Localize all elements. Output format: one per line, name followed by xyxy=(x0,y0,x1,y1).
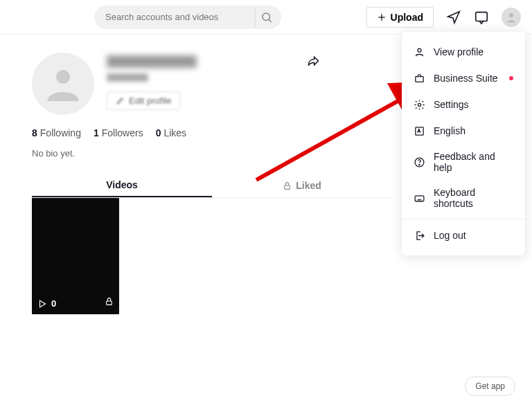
video-privacy-icon xyxy=(105,296,114,309)
inbox-icon xyxy=(474,10,489,25)
inbox-button[interactable] xyxy=(474,10,489,25)
upload-label: Upload xyxy=(391,12,423,23)
svg-point-10 xyxy=(418,48,421,52)
edit-profile-button[interactable]: Edit profile xyxy=(107,91,180,110)
edit-profile-label: Edit profile xyxy=(129,96,171,106)
username xyxy=(107,55,197,68)
tab-liked[interactable]: Liked xyxy=(212,174,392,197)
svg-rect-11 xyxy=(415,76,423,82)
menu-logout[interactable]: Log out xyxy=(402,222,525,248)
keyboard-icon xyxy=(414,192,425,204)
menu-feedback[interactable]: Feedback and help xyxy=(402,144,525,180)
search-input[interactable] xyxy=(105,12,252,22)
svg-marker-8 xyxy=(40,300,46,307)
send-button[interactable] xyxy=(446,10,461,25)
menu-language[interactable]: English xyxy=(402,118,525,144)
search-button[interactable] xyxy=(255,7,277,28)
plus-icon xyxy=(377,12,387,22)
play-icon xyxy=(37,299,47,309)
svg-point-6 xyxy=(56,70,70,84)
menu-divider xyxy=(402,219,525,219)
help-icon xyxy=(414,156,425,168)
menu-label: Log out xyxy=(434,230,466,241)
logout-icon xyxy=(414,230,425,242)
profile-avatar[interactable] xyxy=(32,53,94,115)
svg-rect-4 xyxy=(476,12,488,21)
menu-label: Settings xyxy=(434,99,469,110)
lock-icon xyxy=(105,297,114,306)
notification-dot xyxy=(509,76,513,80)
svg-rect-7 xyxy=(285,185,290,188)
video-thumbnail[interactable]: 0 xyxy=(32,198,119,314)
language-icon xyxy=(414,125,425,137)
svg-point-0 xyxy=(263,13,270,21)
person-icon xyxy=(414,46,425,58)
search-bar[interactable] xyxy=(94,6,281,29)
video-play-count: 0 xyxy=(37,298,56,309)
edit-icon xyxy=(116,96,125,105)
header: Upload xyxy=(0,0,532,35)
svg-rect-16 xyxy=(415,195,424,201)
account-avatar[interactable] xyxy=(502,8,521,27)
gear-icon xyxy=(414,99,425,111)
menu-label: Business Suite xyxy=(434,73,498,84)
likes-stat[interactable]: 0Likes xyxy=(156,127,186,138)
tab-liked-label: Liked xyxy=(296,180,321,191)
menu-business-suite[interactable]: Business Suite xyxy=(402,65,525,91)
svg-point-5 xyxy=(509,13,513,17)
display-name xyxy=(107,73,148,82)
tab-videos[interactable]: Videos xyxy=(32,174,212,197)
svg-rect-9 xyxy=(107,301,112,305)
briefcase-icon xyxy=(414,73,425,84)
search-icon xyxy=(260,11,273,24)
profile-tabs: Videos Liked xyxy=(32,174,392,198)
share-icon xyxy=(306,54,320,68)
followers-stat[interactable]: 1Followers xyxy=(94,127,143,138)
menu-label: View profile xyxy=(434,46,484,57)
menu-settings[interactable]: Settings xyxy=(402,91,525,118)
get-app-button[interactable]: Get app xyxy=(465,377,515,396)
following-stat[interactable]: 8Following xyxy=(32,127,81,138)
svg-point-15 xyxy=(418,164,419,165)
svg-line-1 xyxy=(269,19,271,21)
person-icon xyxy=(505,11,517,24)
menu-label: Feedback and help xyxy=(434,151,514,173)
menu-label: Keyboard shortcuts xyxy=(434,187,514,209)
menu-view-profile[interactable]: View profile xyxy=(402,39,525,65)
lock-icon xyxy=(283,181,292,190)
share-button[interactable] xyxy=(306,54,320,71)
menu-label: English xyxy=(434,125,466,136)
upload-button[interactable]: Upload xyxy=(366,7,434,28)
person-icon xyxy=(42,63,84,105)
send-icon xyxy=(446,10,461,25)
svg-point-12 xyxy=(418,103,420,106)
menu-keyboard-shortcuts[interactable]: Keyboard shortcuts xyxy=(402,180,525,216)
account-menu: View profile Business Suite Settings Eng… xyxy=(402,32,525,255)
